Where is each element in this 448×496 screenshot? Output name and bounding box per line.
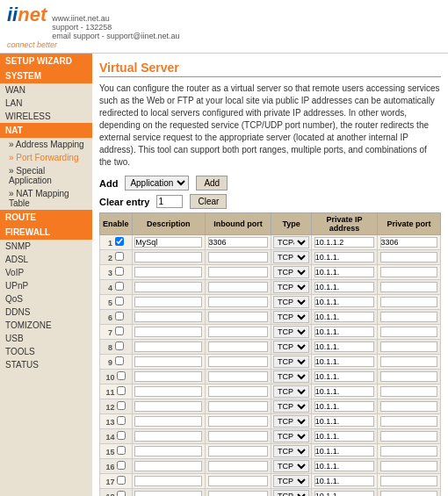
- type-select[interactable]: TCPUDPTCP&UDP: [273, 475, 309, 487]
- private-port-input[interactable]: [380, 341, 438, 352]
- sidebar-item-route[interactable]: ROUTE: [0, 210, 92, 225]
- sidebar-item-wan[interactable]: WAN: [0, 83, 92, 97]
- inbound-port-input[interactable]: [208, 386, 269, 397]
- description-input[interactable]: [134, 252, 202, 262]
- private-port-input[interactable]: [380, 282, 438, 292]
- private-port-input[interactable]: [380, 371, 438, 382]
- sidebar-item-usb[interactable]: USB: [0, 332, 92, 345]
- type-select[interactable]: TCPUDPTCP&UDP: [273, 311, 309, 323]
- enable-checkbox[interactable]: [115, 356, 124, 365]
- description-input[interactable]: [134, 431, 202, 442]
- inbound-port-input[interactable]: [208, 446, 269, 456]
- type-select[interactable]: TCPUDPTCP&UDP: [273, 266, 309, 278]
- description-input[interactable]: [134, 386, 202, 397]
- description-input[interactable]: [134, 401, 202, 412]
- enable-checkbox[interactable]: [115, 282, 124, 291]
- enable-checkbox[interactable]: [117, 476, 126, 485]
- type-select[interactable]: TCPUDPTCP&UDP: [273, 370, 309, 383]
- clear-button[interactable]: Clear: [190, 194, 227, 209]
- private-ip-input[interactable]: [314, 446, 374, 456]
- sidebar-item-firewall[interactable]: FIREWALL: [0, 225, 92, 240]
- enable-checkbox[interactable]: [117, 491, 126, 496]
- inbound-port-input[interactable]: [208, 252, 269, 262]
- private-port-input[interactable]: [380, 252, 438, 262]
- description-input[interactable]: [134, 312, 202, 322]
- private-port-input[interactable]: [380, 312, 438, 322]
- private-ip-input[interactable]: [314, 491, 374, 496]
- type-select[interactable]: TCPUDPTCP&UDP: [273, 385, 309, 398]
- sidebar-item-nat[interactable]: NAT: [0, 123, 92, 138]
- sidebar-item-status[interactable]: STATUS: [0, 358, 92, 371]
- enable-checkbox[interactable]: [115, 267, 124, 276]
- sidebar-item-wireless[interactable]: WIRELESS: [0, 110, 92, 123]
- enable-checkbox[interactable]: [117, 431, 126, 440]
- type-select[interactable]: TCPUDPTCP&UDP: [273, 296, 309, 308]
- inbound-port-input[interactable]: [208, 267, 269, 277]
- private-port-input[interactable]: [380, 386, 438, 397]
- sidebar-item-upnp[interactable]: UPnP: [0, 279, 92, 292]
- inbound-port-input[interactable]: [208, 327, 269, 337]
- sidebar-item-setup-wizard[interactable]: SETUP WIZARD: [0, 54, 92, 68]
- private-port-input[interactable]: [380, 476, 438, 486]
- type-select[interactable]: TCPUDPTCP&UDP: [273, 326, 309, 338]
- enable-checkbox[interactable]: [115, 341, 124, 350]
- enable-checkbox[interactable]: [115, 312, 124, 320]
- private-ip-input[interactable]: [314, 237, 374, 248]
- type-select[interactable]: TCPUDPTCP&UDP: [273, 356, 309, 368]
- private-ip-input[interactable]: [314, 461, 374, 471]
- private-port-input[interactable]: [380, 431, 438, 442]
- sidebar-item-qos[interactable]: QoS: [0, 292, 92, 306]
- enable-checkbox[interactable]: [117, 371, 126, 380]
- private-ip-input[interactable]: [314, 267, 374, 277]
- private-ip-input[interactable]: [314, 312, 374, 322]
- inbound-port-input[interactable]: [208, 431, 269, 442]
- add-button[interactable]: Add: [196, 176, 228, 190]
- private-ip-input[interactable]: [314, 252, 374, 262]
- private-ip-input[interactable]: [314, 356, 374, 367]
- description-input[interactable]: [134, 491, 202, 496]
- description-input[interactable]: [134, 327, 202, 337]
- type-select[interactable]: TCPUDPTCP&UDP: [273, 341, 309, 353]
- sidebar-item-lan[interactable]: LAN: [0, 97, 92, 110]
- inbound-port-input[interactable]: [208, 297, 269, 307]
- description-input[interactable]: [134, 446, 202, 456]
- enable-checkbox[interactable]: [117, 446, 126, 455]
- private-ip-input[interactable]: [314, 297, 374, 307]
- private-ip-input[interactable]: [314, 371, 374, 382]
- private-ip-input[interactable]: [314, 386, 374, 397]
- type-select[interactable]: TCPUDPTCP&UDP: [273, 490, 309, 496]
- private-ip-input[interactable]: [314, 401, 374, 412]
- sidebar-item-voip[interactable]: VoIP: [0, 266, 92, 279]
- private-port-input[interactable]: [380, 461, 438, 471]
- inbound-port-input[interactable]: [208, 401, 269, 412]
- sidebar-item-nat-mapping-table[interactable]: NAT Mapping Table: [0, 187, 92, 210]
- inbound-port-input[interactable]: [208, 491, 269, 496]
- description-input[interactable]: [134, 282, 202, 292]
- enable-checkbox[interactable]: [117, 386, 126, 395]
- sidebar-item-system[interactable]: SYSTEM: [0, 68, 92, 83]
- private-port-input[interactable]: [380, 356, 438, 367]
- private-port-input[interactable]: [380, 327, 438, 337]
- private-port-input[interactable]: [380, 416, 438, 427]
- type-select[interactable]: TCPUDPTCP&UDP: [273, 251, 309, 263]
- type-select[interactable]: TCPUDPTCP&UDP: [273, 415, 309, 428]
- private-ip-input[interactable]: [314, 341, 374, 352]
- sidebar-item-ddns[interactable]: DDNS: [0, 306, 92, 319]
- inbound-port-input[interactable]: [208, 282, 269, 292]
- enable-checkbox[interactable]: [115, 252, 124, 261]
- type-select[interactable]: TCPUDPTCP&UDP: [273, 236, 309, 248]
- private-port-input[interactable]: [380, 297, 438, 307]
- type-select[interactable]: TCPUDPTCP&UDP: [273, 400, 309, 413]
- type-select[interactable]: TCPUDPTCP&UDP: [273, 460, 309, 472]
- enable-checkbox[interactable]: [117, 461, 126, 470]
- description-input[interactable]: [134, 476, 202, 486]
- sidebar-item-tools[interactable]: TOOLS: [0, 345, 92, 358]
- description-input[interactable]: [134, 297, 202, 307]
- description-input[interactable]: [134, 237, 202, 248]
- inbound-port-input[interactable]: [208, 312, 269, 322]
- enable-checkbox[interactable]: [115, 237, 124, 246]
- private-port-input[interactable]: [380, 491, 438, 496]
- inbound-port-input[interactable]: [208, 461, 269, 471]
- private-port-input[interactable]: [380, 267, 438, 277]
- description-input[interactable]: [134, 356, 202, 367]
